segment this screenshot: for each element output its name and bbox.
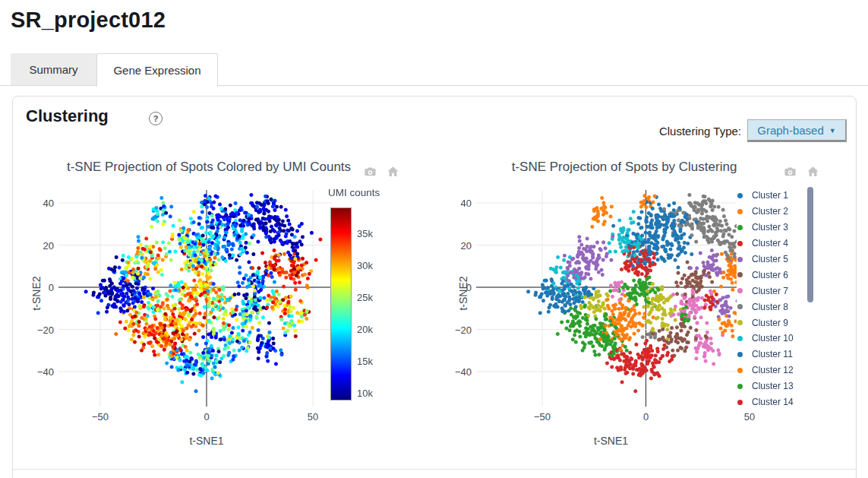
legend-label: Cluster 7: [752, 286, 788, 296]
umi-plot-area: [58, 190, 332, 407]
x-tick-label: 0: [643, 411, 649, 423]
y-tick-label: −20: [441, 324, 472, 335]
legend-color-dot: [737, 225, 743, 230]
legend-item[interactable]: Cluster 7: [733, 283, 806, 299]
legend-label: Cluster 12: [752, 365, 794, 375]
home-icon[interactable]: [806, 165, 819, 178]
legend-label: Cluster 9: [752, 318, 788, 328]
umi-x-axis-title: t-SNE1: [0, 435, 415, 447]
umi-scatter-canvas[interactable]: [58, 190, 332, 407]
umi-chart-title: t-SNE Projection of Spots Colored by UMI…: [15, 160, 402, 175]
cluster-chart-title: t-SNE Projection of Spots by Clustering: [440, 160, 808, 175]
clustering-type-label: Clustering Type:: [629, 125, 741, 138]
legend-item[interactable]: Cluster 5: [733, 252, 806, 267]
legend-item[interactable]: Cluster 1: [733, 188, 806, 204]
y-tick-label: −40: [441, 366, 472, 378]
page-title: SR_project012: [11, 8, 166, 33]
help-icon-glyph: ?: [153, 114, 159, 123]
legend-label: Cluster 2: [752, 206, 788, 217]
app-root: { "page": { "title": "SR_project012" }, …: [0, 0, 868, 478]
umi-tsne-chart: t-SNE Projection of Spots Colored by UMI…: [15, 152, 433, 460]
y-tick-label: −40: [24, 366, 54, 378]
legend-item[interactable]: Cluster 8: [733, 299, 806, 315]
legend-label: Cluster 8: [752, 302, 788, 312]
card-section-divider: [13, 469, 856, 470]
cluster-legend: Cluster 1Cluster 2Cluster 3Cluster 4Clus…: [733, 188, 806, 410]
colorbar-tick-label: 15k: [357, 355, 373, 366]
legend-color-dot: [737, 400, 743, 405]
legend-label: Cluster 13: [752, 381, 794, 391]
legend-color-dot: [737, 193, 743, 198]
tab-summary[interactable]: Summary: [11, 53, 96, 85]
legend-item[interactable]: Cluster 14: [733, 394, 806, 410]
cluster-plot-area: [476, 190, 737, 407]
x-tick-label: −50: [92, 411, 109, 423]
legend-color-dot: [737, 368, 743, 373]
legend-item[interactable]: Cluster 9: [733, 315, 806, 331]
y-tick-label: 0: [441, 282, 472, 293]
legend-color-dot: [737, 209, 743, 214]
legend-item[interactable]: Cluster 3: [733, 220, 806, 236]
tab-gene-expression-label: Gene Expression: [113, 64, 200, 77]
y-tick-label: 40: [441, 198, 472, 209]
y-tick-label: 0: [24, 282, 54, 293]
colorbar-title: UMI counts: [328, 187, 380, 198]
legend-item[interactable]: Cluster 11: [733, 347, 806, 362]
legend-color-dot: [737, 257, 743, 262]
colorbar-tick-label: 35k: [357, 227, 373, 239]
legend-color-dot: [737, 320, 743, 325]
legend-scrollbar[interactable]: [807, 187, 813, 302]
cluster-tsne-chart: t-SNE Projection of Spots by Clustering …: [440, 152, 868, 460]
legend-label: Cluster 3: [752, 222, 788, 233]
clustering-type-value: Graph-based: [757, 124, 824, 137]
legend-item[interactable]: Cluster 10: [733, 331, 806, 347]
colorbar-tick-label: 10k: [357, 387, 373, 398]
colorbar-tick-label: 20k: [357, 323, 373, 334]
legend-item[interactable]: Cluster 12: [733, 362, 806, 378]
y-tick-label: 20: [441, 239, 472, 251]
chevron-down-icon: ▼: [829, 127, 836, 135]
y-tick-label: 20: [24, 239, 54, 251]
camera-icon[interactable]: [364, 165, 377, 178]
cluster-chart-modebar: [784, 165, 819, 178]
umi-colorbar: [330, 207, 352, 400]
colorbar-tick-label: 25k: [357, 291, 373, 302]
legend-label: Cluster 6: [752, 270, 788, 280]
legend-color-dot: [737, 352, 743, 357]
legend-color-dot: [737, 272, 743, 277]
x-tick-label: 50: [308, 411, 318, 423]
legend-color-dot: [737, 384, 743, 389]
legend-label: Cluster 1: [752, 190, 788, 201]
tab-summary-label: Summary: [29, 63, 77, 76]
colorbar-tick-label: 30k: [357, 259, 373, 271]
cluster-x-axis-title: t-SNE1: [397, 435, 825, 447]
x-tick-label: 0: [204, 411, 209, 423]
legend-label: Cluster 14: [752, 397, 794, 407]
legend-label: Cluster 4: [752, 238, 788, 248]
section-heading: Clustering: [26, 106, 109, 126]
legend-item[interactable]: Cluster 4: [733, 236, 806, 252]
cluster-scatter-canvas[interactable]: [476, 190, 737, 407]
clustering-type-dropdown[interactable]: Graph-based ▼: [747, 119, 847, 142]
legend-color-dot: [737, 241, 743, 246]
y-tick-label: −20: [24, 324, 54, 335]
legend-label: Cluster 5: [752, 254, 788, 264]
legend-color-dot: [737, 288, 743, 293]
legend-color-dot: [737, 336, 743, 341]
tab-gene-expression[interactable]: Gene Expression: [96, 53, 218, 87]
legend-label: Cluster 10: [752, 333, 794, 343]
home-icon[interactable]: [387, 165, 399, 178]
legend-label: Cluster 11: [752, 349, 793, 359]
y-tick-label: 40: [24, 198, 54, 209]
legend-color-dot: [737, 304, 743, 309]
camera-icon[interactable]: [784, 165, 797, 178]
legend-item[interactable]: Cluster 2: [733, 204, 806, 220]
legend-item[interactable]: Cluster 13: [733, 378, 806, 394]
x-tick-label: −50: [534, 411, 551, 423]
umi-chart-modebar: [364, 165, 399, 178]
help-icon[interactable]: ?: [149, 112, 163, 125]
x-tick-label: 50: [744, 411, 755, 423]
legend-item[interactable]: Cluster 6: [733, 267, 806, 283]
